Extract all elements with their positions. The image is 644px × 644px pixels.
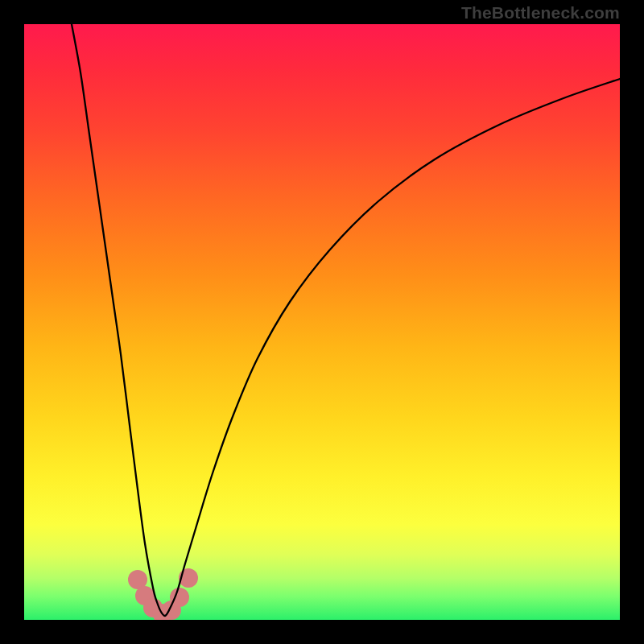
marker-layer: [128, 568, 198, 620]
chart-frame: TheBottleneck.com: [0, 0, 644, 644]
plot-area: [24, 24, 620, 620]
bottleneck-curve: [72, 24, 620, 616]
watermark-text: TheBottleneck.com: [461, 3, 620, 23]
curve-svg: [24, 24, 620, 620]
